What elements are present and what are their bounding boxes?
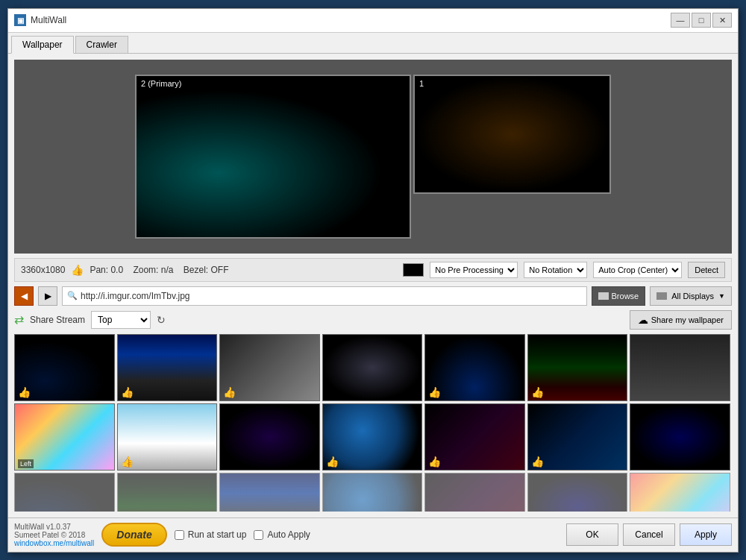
thumbnail-item[interactable]: 👍 [527, 403, 628, 471]
share-stream-label: Share Stream [30, 315, 85, 325]
cloud-upload-icon: ☁ [638, 314, 648, 326]
apply-button[interactable]: Apply [680, 523, 732, 546]
thumbnail-item[interactable] [14, 473, 115, 512]
thumbnail-item[interactable] [219, 403, 320, 471]
auto-apply-checkbox[interactable] [254, 530, 263, 540]
thumbnail-item[interactable]: Left [14, 403, 115, 471]
detect-button[interactable]: Detect [688, 262, 725, 278]
thumbnail-item[interactable] [527, 473, 628, 512]
forward-button[interactable]: ▶ [38, 286, 57, 306]
tab-crawler[interactable]: Crawler [75, 36, 128, 53]
thumbnail-item[interactable]: 👍 [322, 403, 423, 471]
thumbnail-item[interactable] [424, 473, 525, 512]
secondary-wallpaper [415, 76, 609, 192]
resolution-thumbs-icon: 👍 [71, 264, 84, 276]
thumbnail-item[interactable]: 👍 [424, 334, 525, 401]
resolution-text: 3360x1080 [21, 265, 65, 275]
app-icon: ▣ [14, 14, 26, 26]
monitor-displays-icon [656, 292, 667, 300]
thumbnail-item[interactable]: 👍 [219, 334, 320, 401]
like-icon: 👍 [428, 386, 441, 398]
tab-bar: Wallpaper Crawler [8, 33, 738, 54]
thumbnail-item[interactable]: 👍 [14, 334, 115, 401]
thumbnail-item[interactable] [630, 473, 730, 512]
auto-apply-label[interactable]: Auto Apply [254, 529, 310, 540]
like-icon: 👍 [531, 456, 544, 468]
window-controls: — □ ✕ [671, 13, 732, 28]
search-icon: 🔍 [67, 291, 78, 301]
app-website[interactable]: windowbox.me/multiwall [14, 539, 94, 547]
close-button[interactable]: ✕ [712, 13, 732, 28]
app-version: MultiWall v1.0.37 [14, 523, 94, 531]
main-content: 2 (Primary) 1 3360x1080 👍 Pan: 0.0 Zoom:… [8, 54, 738, 517]
primary-wallpaper [137, 76, 410, 237]
thumbnail-item[interactable]: 👍 [527, 334, 628, 401]
rotation-select[interactable]: No Rotation 90° 180° 270° [524, 262, 587, 278]
minimize-button[interactable]: — [671, 13, 690, 28]
crop-select[interactable]: Auto Crop (Center) Stretch Fit Tile [593, 262, 682, 278]
tab-wallpaper[interactable]: Wallpaper [11, 36, 74, 54]
share-row: ⇄ Share Stream Top Bottom Left Right Cen… [14, 310, 732, 330]
thumbnail-item[interactable]: 👍 [117, 334, 218, 401]
like-icon: 👍 [121, 456, 134, 468]
thumbnail-item[interactable] [630, 334, 730, 401]
main-window: ▣ MultiWall — □ ✕ Wallpaper Crawler 2 (P… [7, 8, 739, 553]
thumbnail-item[interactable] [322, 334, 423, 401]
browse-button[interactable]: Browse [592, 286, 646, 306]
monitor-small-icon [598, 292, 609, 300]
pan-zoom-bezel-info: Pan: 0.0 Zoom: n/a Bezel: OFF [90, 265, 397, 275]
color-swatch[interactable] [403, 263, 424, 277]
url-input[interactable] [81, 291, 582, 301]
bottom-actions: OK Cancel Apply [566, 523, 732, 546]
monitor-preview: 2 (Primary) 1 [135, 75, 611, 239]
pre-processing-select[interactable]: No Pre Processing Merge Clone [430, 262, 518, 278]
thumbnail-item[interactable] [322, 473, 423, 512]
cancel-button[interactable]: Cancel [623, 523, 675, 546]
all-displays-button[interactable]: All Displays ▼ [650, 286, 732, 306]
chevron-down-icon: ▼ [718, 292, 725, 300]
bottom-bar: MultiWall v1.0.37 Sumeet Patel © 2018 wi… [8, 517, 738, 552]
app-author: Sumeet Patel © 2018 [14, 531, 94, 539]
title-bar: ▣ MultiWall — □ ✕ [8, 9, 738, 33]
like-icon: 👍 [121, 386, 134, 398]
thumbnail-item[interactable]: 👍 [424, 403, 525, 471]
thumbnail-grid: 👍 👍 👍 👍 👍 Left [14, 334, 732, 512]
like-icon: 👍 [428, 456, 441, 468]
thumbnail-item[interactable] [117, 473, 218, 512]
shuffle-icon[interactable]: ⇄ [14, 312, 24, 327]
back-button[interactable]: ◀ [14, 286, 34, 306]
thumbnail-grid-container: 👍 👍 👍 👍 👍 Left [14, 334, 732, 512]
ok-button[interactable]: OK [566, 523, 618, 546]
thumbnail-item[interactable]: 👍 [117, 403, 218, 471]
window-title: MultiWall [31, 15, 671, 25]
like-icon: 👍 [326, 456, 339, 468]
maximize-button[interactable]: □ [692, 13, 711, 28]
url-bar: ◀ ▶ 🔍 Browse All Displays ▼ [14, 286, 732, 306]
resolution-bar: 3360x1080 👍 Pan: 0.0 Zoom: n/a Bezel: OF… [14, 258, 732, 282]
thumbnail-item[interactable] [630, 403, 730, 471]
thumbnail-label: Left [18, 459, 34, 468]
run-at-startup-label[interactable]: Run at start up [175, 529, 247, 540]
like-icon: 👍 [223, 386, 236, 398]
thumbnail-item[interactable] [219, 473, 320, 512]
url-input-wrap: 🔍 [62, 286, 587, 306]
secondary-monitor-label: 1 [419, 79, 424, 88]
primary-monitor-label: 2 (Primary) [141, 79, 181, 88]
refresh-icon[interactable]: ↻ [157, 314, 166, 326]
app-info: MultiWall v1.0.37 Sumeet Patel © 2018 wi… [14, 523, 94, 547]
share-wallpaper-button[interactable]: ☁ Share my wallpaper [630, 310, 732, 330]
monitor-preview-area: 2 (Primary) 1 [14, 60, 732, 254]
like-icon: 👍 [531, 386, 544, 398]
donate-button[interactable]: Donate [101, 523, 166, 547]
run-at-startup-checkbox[interactable] [175, 530, 184, 540]
like-icon: 👍 [18, 386, 31, 398]
position-select[interactable]: Top Bottom Left Right Center [91, 311, 151, 329]
monitor-primary[interactable]: 2 (Primary) [135, 75, 411, 239]
monitor-secondary[interactable]: 1 [413, 75, 611, 194]
